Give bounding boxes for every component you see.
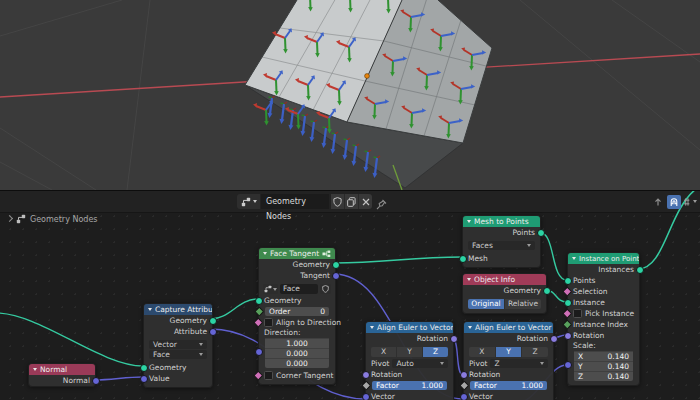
axis-x-button[interactable]: X	[469, 347, 495, 357]
pin-icon[interactable]	[376, 195, 387, 214]
node-align-euler-2[interactable]: Align Euler to Vector Rotation X Y Z Piv…	[463, 321, 554, 400]
socket-factor-in[interactable]	[362, 381, 371, 390]
axis-z-button[interactable]: Z	[522, 347, 548, 357]
node-capture-header[interactable]: Capture Attribute	[144, 304, 212, 315]
socket-instance-index-in[interactable]	[562, 320, 571, 329]
direction-z-field[interactable]: 0.000	[265, 358, 329, 368]
group-datablock-browse[interactable]	[263, 284, 278, 294]
viewport-3d[interactable]	[0, 0, 700, 190]
socket-geometry-out[interactable]	[543, 287, 551, 295]
scale-y-field[interactable]: Y 0.140	[574, 361, 633, 371]
axis-y-button[interactable]: Y	[496, 347, 522, 357]
axis-y-button[interactable]: Y	[397, 347, 422, 357]
socket-rotation-out[interactable]	[450, 335, 458, 343]
axis-z-button[interactable]: Z	[423, 347, 448, 357]
geometry-node-editor[interactable]: Geometry Nodes Geometry Nodes	[0, 190, 700, 400]
socket-normal-out[interactable]	[92, 377, 100, 385]
collapse-icon[interactable]	[33, 368, 37, 371]
socket-vector-in[interactable]	[362, 393, 370, 400]
socket-geometry-out[interactable]	[209, 317, 217, 325]
node-tree-name-input[interactable]: Geometry Nodes	[261, 194, 329, 209]
socket-instance-in[interactable]	[564, 299, 572, 307]
socket-geometry-in[interactable]	[255, 297, 263, 305]
corner-tangent-checkbox[interactable]	[264, 371, 273, 380]
mode-dropdown[interactable]: Faces	[468, 241, 535, 250]
socket-attribute-out[interactable]	[209, 328, 217, 336]
collapse-icon[interactable]	[468, 326, 472, 329]
collapse-icon[interactable]	[467, 220, 471, 223]
socket-geometry-in[interactable]	[140, 364, 148, 372]
node-align-euler-1-header[interactable]: Align Euler to Vector	[366, 322, 453, 333]
socket-vector-in[interactable]	[460, 393, 468, 400]
factor-slider[interactable]: Factor 1.000	[372, 381, 447, 390]
chevron-down-icon	[253, 200, 257, 203]
socket-selection-in[interactable]	[562, 287, 571, 296]
node-normal-header[interactable]: Normal	[29, 364, 95, 375]
socket-rotation-out[interactable]	[550, 335, 558, 343]
factor-slider[interactable]: Factor 1.000	[470, 381, 547, 390]
snap-magnet-toggle[interactable]	[667, 195, 681, 209]
node-object-info[interactable]: Object Info Geometry Original Relative	[462, 273, 547, 314]
socket-value-in[interactable]	[140, 375, 148, 383]
group-name-field[interactable]: Face Tan..	[280, 284, 318, 294]
node-instance-on-points[interactable]: Instance on Points Instances Points Sele…	[567, 252, 640, 386]
socket-scale-in[interactable]	[564, 361, 572, 369]
original-button[interactable]: Original	[468, 299, 504, 309]
socket-rotation-in[interactable]	[460, 371, 468, 379]
collapse-icon[interactable]	[370, 326, 374, 329]
fake-user-shield-button[interactable]	[320, 284, 331, 294]
direction-x-field[interactable]: 1.000	[265, 338, 329, 348]
align-to-direction-checkbox[interactable]	[264, 318, 273, 327]
relative-button[interactable]: Relative	[505, 299, 541, 309]
socket-points-in[interactable]	[564, 277, 572, 285]
socket-rotation-in[interactable]	[362, 371, 370, 379]
node-object-info-header[interactable]: Object Info	[463, 274, 546, 285]
fake-user-shield-button[interactable]	[331, 194, 344, 209]
breadcrumb-expand-icon[interactable]	[6, 215, 13, 222]
socket-corner-in[interactable]	[253, 371, 262, 380]
node-align-euler-2-header[interactable]: Align Euler to Vector	[464, 322, 553, 333]
direction-y-field[interactable]: 0.000	[265, 348, 329, 358]
pivot-dropdown[interactable]: Z	[490, 359, 548, 368]
node-title: Face Tangent	[270, 249, 319, 258]
node-align-euler-1[interactable]: Align Euler to Vector Rotation X Y Z Piv…	[365, 321, 454, 400]
pivot-dropdown[interactable]: Auto	[392, 359, 448, 368]
collapse-icon[interactable]	[572, 257, 576, 260]
socket-mesh-in[interactable]	[459, 255, 467, 263]
collapse-icon[interactable]	[263, 252, 267, 255]
node-mesh-to-points[interactable]: Mesh to Points Points Faces Mesh	[462, 215, 541, 268]
order-field[interactable]: Order 0	[265, 307, 329, 316]
node-face-tangent[interactable]: Face Tangent Geometry Tangent	[258, 247, 336, 385]
scale-z-field[interactable]: Z 0.140	[574, 371, 633, 381]
socket-tangent-out[interactable]	[332, 272, 340, 280]
scale-x-field[interactable]: X 0.140	[574, 351, 633, 361]
snap-mode-dropdown[interactable]	[683, 195, 697, 209]
socket-rotation-in[interactable]	[564, 332, 572, 340]
group-datablock-row: Face Tan..	[263, 284, 331, 294]
collapse-icon[interactable]	[148, 308, 152, 311]
socket-align-in[interactable]	[253, 318, 262, 327]
pick-instance-checkbox[interactable]	[573, 309, 582, 318]
socket-factor-in[interactable]	[460, 381, 469, 390]
node-instance-header[interactable]: Instance on Points	[568, 253, 639, 264]
scale-vector-fields: X 0.140 Y 0.140 Z 0.140	[568, 351, 639, 381]
socket-order-in[interactable]	[255, 307, 264, 316]
new-datablock-button[interactable]	[344, 194, 358, 209]
unlink-button[interactable]	[358, 194, 372, 209]
collapse-icon[interactable]	[467, 278, 471, 281]
socket-points-out[interactable]	[537, 229, 545, 237]
socket-geometry-out[interactable]	[332, 261, 340, 269]
tree-type-dropdown[interactable]	[237, 194, 260, 209]
data-type-dropdown[interactable]: Vector	[149, 340, 207, 349]
node-mesh-to-points-header[interactable]: Mesh to Points	[463, 216, 540, 227]
socket-pick-instance-in[interactable]	[562, 309, 571, 318]
socket-instances-out[interactable]	[636, 266, 644, 274]
node-normal[interactable]: Normal Normal	[28, 363, 96, 387]
node-face-tangent-header[interactable]: Face Tangent	[259, 248, 335, 259]
socket-direction-in[interactable]	[255, 348, 263, 356]
axis-x-button[interactable]: X	[371, 347, 396, 357]
domain-dropdown[interactable]: Face	[149, 350, 207, 359]
input-label: Rotation	[371, 370, 402, 379]
parent-node-tree-button[interactable]	[651, 195, 665, 209]
node-capture-attribute[interactable]: Capture Attribute Geometry Attribute Vec…	[143, 303, 213, 388]
